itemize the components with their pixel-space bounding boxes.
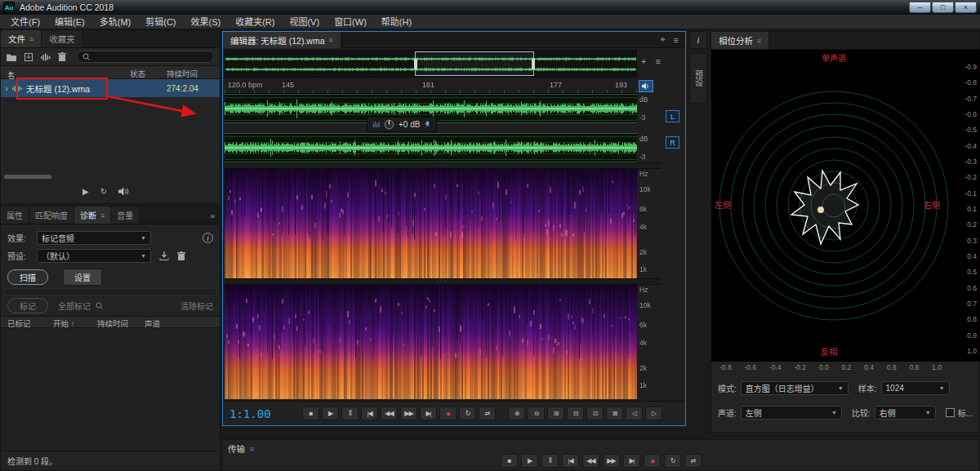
tab-files[interactable]: 文件 ≡ <box>1 30 42 47</box>
column-start[interactable]: 开始 ↑ <box>53 318 74 329</box>
column-duration[interactable]: 持续时间 <box>167 68 198 79</box>
loop-playback-button[interactable]: ↻ <box>664 454 681 468</box>
scan-button[interactable]: 扫描 <box>7 269 48 285</box>
normalize-checkbox[interactable] <box>946 408 955 417</box>
menu-item[interactable]: 效果(S) <box>184 15 229 29</box>
fast-forward-button[interactable]: ▶▶ <box>400 407 417 420</box>
timeline-ruler[interactable]: 120.0 bpm 145 161 177 193 <box>225 79 637 94</box>
record-button[interactable]: ● <box>644 454 661 468</box>
rewind-button[interactable]: ◀◀ <box>381 407 398 420</box>
hud-gain-control[interactable]: ılıl +0 dB <box>367 117 437 132</box>
skip-selection-button[interactable]: ⇄ <box>479 407 496 420</box>
minimize-button[interactable]: – <box>909 2 931 13</box>
menu-item[interactable]: 视图(V) <box>282 15 327 29</box>
tab-match-loudness[interactable]: 匹配响度 <box>29 207 74 224</box>
zoom-out-point-button[interactable]: ▷ <box>645 407 662 420</box>
maximize-button[interactable]: □ <box>932 2 954 13</box>
import-file-icon[interactable] <box>24 53 33 61</box>
preview-play-button[interactable]: ▶ <box>82 187 89 196</box>
pan-icon[interactable]: + <box>641 56 646 66</box>
close-button[interactable]: × <box>955 2 977 13</box>
delete-preset-icon[interactable] <box>177 251 185 260</box>
zoom-to-selection-button[interactable]: ⊡ <box>586 407 604 420</box>
menu-item[interactable]: 多轨(M) <box>92 15 139 29</box>
zoom-navigator[interactable] <box>225 50 637 78</box>
waveform-right-channel[interactable] <box>225 133 637 162</box>
skip-to-start-button[interactable]: |◀ <box>562 454 579 468</box>
mark-button[interactable]: 标记 <box>7 298 48 313</box>
panel-menu-icon[interactable]: ≡ <box>250 445 254 453</box>
zoom-in-point-button[interactable]: ◁ <box>626 407 643 420</box>
editor-menu-icon[interactable]: ≡ <box>674 35 679 45</box>
menu-item[interactable]: 窗口(W) <box>327 15 374 29</box>
mode-dropdown[interactable]: 直方图（日志增益）▼ <box>741 381 849 395</box>
nav-menu-icon[interactable]: ≡ <box>655 56 660 66</box>
column-channel[interactable]: 声道 <box>145 318 160 329</box>
media-icon[interactable] <box>41 53 51 61</box>
compare-dropdown[interactable]: 右侧▼ <box>875 406 936 420</box>
snap-icon[interactable]: ⌖ <box>660 34 665 45</box>
loop-playback-button[interactable]: ↻ <box>459 407 476 420</box>
spectrogram-right-channel[interactable] <box>225 285 637 399</box>
skip-selection-button[interactable]: ⇄ <box>684 454 702 468</box>
record-button[interactable]: ● <box>439 407 457 420</box>
info-icon[interactable]: i <box>203 233 213 243</box>
collapsed-presets-tab[interactable]: 预设 <box>689 53 707 104</box>
time-display[interactable]: 1:1.00 <box>229 407 280 420</box>
panel-menu-icon[interactable]: ≡ <box>757 37 761 45</box>
clear-marks-button[interactable]: 清除标记 <box>180 300 213 312</box>
skip-to-start-button[interactable]: |◀ <box>361 407 378 420</box>
panel-splitter[interactable]: ··· <box>223 162 662 169</box>
search-input[interactable] <box>94 52 200 61</box>
pause-button[interactable]: Ⅱ <box>341 407 359 420</box>
zoom-in-horizontal-button[interactable]: ⊞ <box>547 407 564 420</box>
tab-diagnostics[interactable]: 诊断 ≡ <box>74 207 111 224</box>
monitor-speaker-button[interactable] <box>639 80 653 92</box>
play-button[interactable]: ▶ <box>521 454 538 468</box>
column-duration[interactable]: 持续时间 <box>97 318 128 329</box>
tab-overflow-hidden[interactable]: 音量 <box>111 207 140 224</box>
panel-splitter[interactable]: ··· <box>223 278 662 285</box>
open-file-icon[interactable] <box>7 53 16 61</box>
play-button[interactable]: ▶ <box>322 407 339 420</box>
zoom-full-button[interactable]: ⊠ <box>606 407 623 420</box>
tab-overflow-icon[interactable]: » <box>205 207 220 224</box>
pause-button[interactable]: Ⅱ <box>541 454 559 468</box>
effect-dropdown[interactable]: 标记音频▼ <box>37 231 151 245</box>
panel-menu-icon[interactable]: ≡ <box>329 36 333 44</box>
panel-menu-icon[interactable]: ≡ <box>100 211 105 220</box>
menu-item[interactable]: 剪辑(C) <box>138 15 183 29</box>
stop-button[interactable]: ■ <box>302 407 319 420</box>
expander-icon[interactable]: › <box>1 83 12 93</box>
panel-menu-icon[interactable]: ≡ <box>29 35 33 43</box>
column-marked[interactable]: 已标记 <box>7 318 31 329</box>
fast-forward-button[interactable]: ▶▶ <box>603 454 620 468</box>
spectrogram-left-channel[interactable] <box>225 169 637 278</box>
skip-to-end-button[interactable]: ▶| <box>420 407 437 420</box>
editor-tab[interactable]: 编辑器: 无标题 (12).wma ≡ <box>223 32 341 48</box>
menu-item[interactable]: 编辑(E) <box>47 15 92 29</box>
scrollbar-thumb[interactable] <box>4 175 51 179</box>
menu-item[interactable]: 帮助(H) <box>374 15 419 29</box>
rewind-button[interactable]: ◀◀ <box>582 454 599 468</box>
zoom-in-button[interactable]: ⊕ <box>508 407 525 420</box>
skip-to-end-button[interactable]: ▶| <box>623 454 640 468</box>
tab-phase-analysis[interactable]: 相位分析 ≡ <box>711 32 769 49</box>
search-marks-icon[interactable] <box>96 302 104 310</box>
channel-left-button[interactable]: L <box>666 110 679 122</box>
column-status[interactable]: 状态 <box>130 68 145 79</box>
channel-right-button[interactable]: R <box>666 136 679 149</box>
channel-dropdown[interactable]: 左侧▼ <box>741 406 842 420</box>
mark-all-button[interactable]: 全部标记 <box>58 300 91 312</box>
search-box[interactable] <box>77 51 214 63</box>
save-preset-icon[interactable] <box>159 251 169 260</box>
gain-knob[interactable] <box>384 119 394 130</box>
menu-item[interactable]: 收藏夹(R) <box>228 15 282 29</box>
stop-button[interactable]: ■ <box>501 454 518 468</box>
pin-icon[interactable] <box>424 121 431 129</box>
samples-dropdown[interactable]: 1024▼ <box>881 381 950 395</box>
tab-favorites[interactable]: 收藏夹 <box>42 30 83 47</box>
zoom-out-horizontal-button[interactable]: ⊟ <box>567 407 584 420</box>
auto-play-speaker-icon[interactable] <box>118 187 129 196</box>
tab-properties[interactable]: 属性 <box>1 207 29 224</box>
